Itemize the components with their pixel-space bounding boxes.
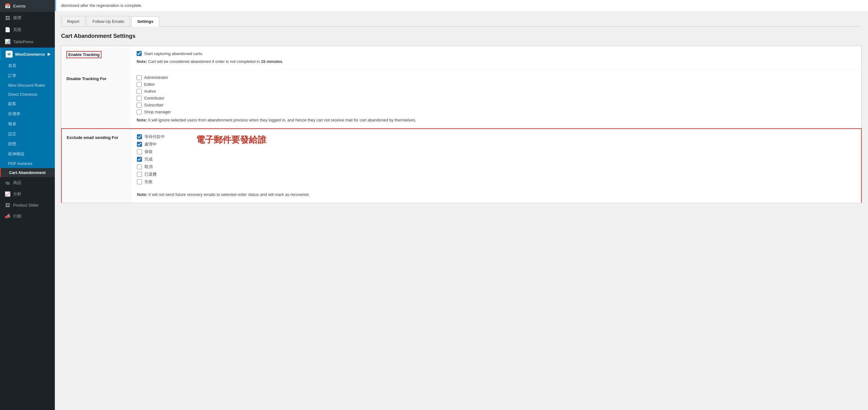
enable-tracking-row: Enable Tracking Start capturing abandone… bbox=[61, 46, 861, 70]
exclude-cancelled-checkbox[interactable] bbox=[137, 164, 142, 169]
exclude-checkboxes-container: 等待付款中 處理中 保留 bbox=[137, 134, 855, 186]
products-icon: 🛍 bbox=[4, 180, 11, 185]
sidebar-item-extensions[interactable]: 延伸模組 bbox=[0, 149, 55, 159]
disable-admin-checkbox[interactable] bbox=[136, 75, 142, 80]
settings-table: Enable Tracking Start capturing abandone… bbox=[61, 46, 862, 203]
sidebar-item-cart-abandonment[interactable]: Cart Abandonment bbox=[0, 168, 55, 177]
exclude-email-note: Note: It will not send future recovery e… bbox=[137, 192, 855, 198]
content-area: Report Follow-Up Emails Settings Cart Ab… bbox=[55, 11, 868, 208]
events-icon: 📅 bbox=[4, 3, 11, 9]
media-icon: 🖼 bbox=[4, 15, 11, 21]
enable-tracking-value: Start capturing abandoned carts. Note: C… bbox=[130, 46, 861, 70]
exclude-on-hold-checkbox[interactable] bbox=[137, 149, 142, 154]
enable-tracking-label: Enable Tracking bbox=[61, 46, 130, 70]
sidebar-item-tablepress[interactable]: 📊 TablePress bbox=[0, 36, 55, 47]
sidebar-item-coupons[interactable]: 折價券 bbox=[0, 109, 55, 119]
exclude-checkboxes-list: 等待付款中 處理中 保留 bbox=[137, 134, 165, 186]
exclude-processing-label: 處理中 bbox=[145, 141, 157, 147]
exclude-failed-label: 失敗 bbox=[145, 179, 153, 185]
exclude-email-row: Exclude email sending For 等待付款中 處理中 bbox=[61, 128, 862, 203]
exclude-refunded-label: 已退費 bbox=[145, 172, 157, 177]
disable-contributor-row: Contributor bbox=[136, 96, 855, 101]
disable-contributor-checkbox[interactable] bbox=[136, 96, 142, 101]
tab-report[interactable]: Report bbox=[61, 16, 85, 26]
exclude-pending-row: 等待付款中 bbox=[137, 134, 165, 140]
tab-settings[interactable]: Settings bbox=[131, 16, 159, 27]
disable-admin-label: Administrator bbox=[144, 75, 168, 80]
disable-subscriber-checkbox[interactable] bbox=[136, 103, 142, 108]
sidebar-item-reports[interactable]: 報表 bbox=[0, 119, 55, 129]
disable-tracking-note: Note: It will ignore selected users from… bbox=[136, 117, 855, 123]
exclude-pending-checkbox[interactable] bbox=[137, 134, 142, 139]
disable-tracking-row: Disable Tracking For Administrator Edito… bbox=[61, 70, 861, 129]
sidebar-item-customers[interactable]: 顧客 bbox=[0, 99, 55, 109]
disable-subscriber-label: Subscriber bbox=[144, 103, 163, 107]
exclude-completed-checkbox[interactable] bbox=[137, 157, 142, 162]
exclude-on-hold-label: 保留 bbox=[145, 149, 153, 155]
exclude-annotation: 電子郵件要發給誰 bbox=[184, 134, 266, 146]
woocommerce-arrow: ▶ bbox=[48, 52, 51, 56]
exclude-email-label: Exclude email sending For bbox=[62, 129, 131, 203]
sidebar-item-pages[interactable]: 📄 頁面 bbox=[0, 24, 55, 36]
start-capturing-checkbox[interactable] bbox=[136, 51, 142, 56]
sidebar-item-orders[interactable]: 訂單 bbox=[0, 71, 55, 81]
enable-tracking-note: Note: Cart will be considered abandoned … bbox=[136, 59, 855, 65]
enable-tracking-outline: Enable Tracking bbox=[66, 51, 101, 58]
exclude-pending-label: 等待付款中 bbox=[145, 134, 165, 140]
sidebar-item-woo-discount-rules[interactable]: Woo Discount Rules bbox=[0, 81, 55, 90]
sidebar-item-direct-checkout[interactable]: Direct Checkout bbox=[0, 90, 55, 99]
exclude-cancelled-label: 取消 bbox=[145, 164, 153, 170]
woocommerce-section: W WooCommerce ▶ 首頁 訂單 Woo Discount Rules… bbox=[0, 47, 55, 177]
exclude-processing-row: 處理中 bbox=[137, 141, 165, 147]
exclude-refunded-checkbox[interactable] bbox=[137, 172, 142, 177]
page-title: Cart Abandonment Settings bbox=[61, 33, 862, 39]
disable-admin-row: Administrator bbox=[136, 75, 855, 80]
disable-editor-checkbox[interactable] bbox=[136, 82, 142, 87]
marketing-icon: 📣 bbox=[4, 213, 11, 219]
notice-bar: dismissed after the regeneration is comp… bbox=[55, 0, 868, 11]
sidebar-item-media[interactable]: 🖼 媒體 bbox=[0, 12, 55, 24]
sidebar-item-status[interactable]: 狀態 bbox=[0, 139, 55, 149]
exclude-cancelled-row: 取消 bbox=[137, 164, 165, 170]
exclude-email-value: 等待付款中 處理中 保留 bbox=[131, 129, 861, 203]
woocommerce-icon: W bbox=[6, 51, 12, 58]
woocommerce-header[interactable]: W WooCommerce ▶ bbox=[0, 47, 55, 61]
disable-shopmanager-row: Shop manager bbox=[136, 109, 855, 114]
tab-follow-up-emails[interactable]: Follow-Up Emails bbox=[87, 16, 130, 26]
disable-editor-row: Editor bbox=[136, 82, 855, 87]
disable-shopmanager-label: Shop manager bbox=[144, 109, 171, 114]
sidebar-item-events[interactable]: 📅 Events bbox=[0, 0, 55, 12]
exclude-completed-row: 完成 bbox=[137, 157, 165, 162]
disable-author-row: Author bbox=[136, 89, 855, 94]
sidebar-item-marketing[interactable]: 📣 行銷 bbox=[0, 211, 55, 222]
disable-shopmanager-checkbox[interactable] bbox=[136, 109, 142, 114]
sidebar-item-home[interactable]: 首頁 bbox=[0, 61, 55, 71]
exclude-processing-checkbox[interactable] bbox=[137, 142, 142, 147]
disable-subscriber-row: Subscriber bbox=[136, 103, 855, 108]
tabs-row: Report Follow-Up Emails Settings bbox=[61, 16, 862, 27]
exclude-on-hold-row: 保留 bbox=[137, 149, 165, 155]
pages-icon: 📄 bbox=[4, 27, 11, 33]
analytics-icon: 📈 bbox=[4, 191, 11, 197]
disable-author-checkbox[interactable] bbox=[136, 89, 142, 94]
exclude-completed-label: 完成 bbox=[145, 157, 153, 162]
start-capturing-row: Start capturing abandoned carts. bbox=[136, 51, 855, 56]
disable-contributor-label: Contributor bbox=[144, 96, 164, 100]
exclude-refunded-row: 已退費 bbox=[137, 172, 165, 177]
product-slider-icon: 🖼 bbox=[4, 203, 11, 208]
sidebar-item-product-slider[interactable]: 🖼 Product Slider bbox=[0, 200, 55, 211]
sidebar-item-analytics[interactable]: 📈 分析 bbox=[0, 189, 55, 200]
sidebar-item-pdf-invoices[interactable]: PDF Invoices bbox=[0, 159, 55, 168]
disable-tracking-value: Administrator Editor Author Contributor bbox=[130, 70, 861, 128]
exclude-failed-checkbox[interactable] bbox=[137, 179, 142, 184]
disable-editor-label: Editor bbox=[144, 82, 155, 87]
sidebar-item-products[interactable]: 🛍 商品 bbox=[0, 177, 55, 189]
sidebar-item-settings[interactable]: 設定 bbox=[0, 129, 55, 139]
start-capturing-label: Start capturing abandoned carts. bbox=[144, 51, 204, 56]
sidebar: 📅 Events 🖼 媒體 📄 頁面 📊 TablePress W WooCom… bbox=[0, 0, 55, 410]
disable-tracking-label: Disable Tracking For bbox=[61, 70, 130, 128]
exclude-failed-row: 失敗 bbox=[137, 179, 165, 185]
main-content: dismissed after the regeneration is comp… bbox=[55, 0, 868, 410]
disable-author-label: Author bbox=[144, 89, 156, 94]
tablepress-icon: 📊 bbox=[4, 39, 11, 44]
